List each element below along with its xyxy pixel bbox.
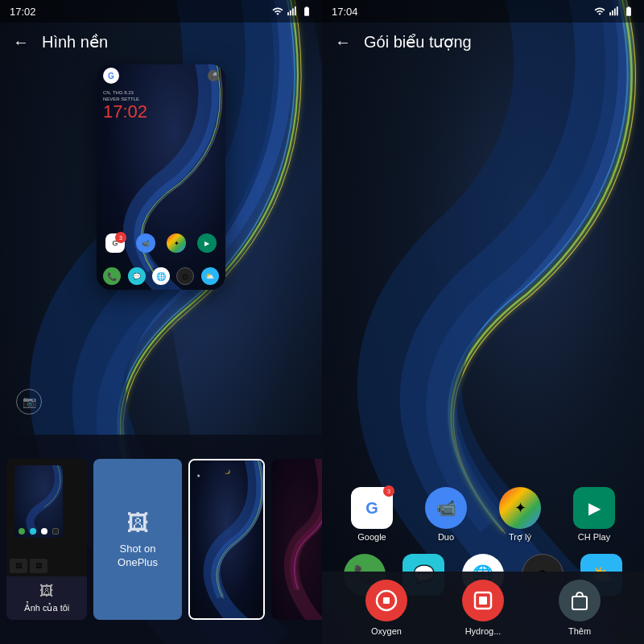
gallery-icon: 🖼	[39, 583, 54, 600]
right-page-title: Gói biểu tượng	[364, 32, 472, 52]
hs-play-icon: ▶	[573, 487, 615, 529]
hydrogen-icon	[471, 588, 495, 613]
phone-app-row-1: G 3 📹 ✦ ▶	[100, 233, 222, 253]
left-top-bar: ← Hình nền	[0, 23, 322, 61]
left-status-icons	[272, 6, 312, 17]
hs-app-duo: 📹 Duo	[422, 487, 470, 543]
right-status-bar: 17:04	[322, 0, 644, 23]
svg-rect-8	[614, 9, 616, 16]
carousel-shot-on[interactable]: 🖼 Shot onOnePlus	[93, 459, 182, 620]
phone-mic-icon: 🎤	[208, 70, 219, 81]
svg-rect-7	[612, 10, 613, 15]
svg-rect-13	[479, 597, 487, 605]
svg-rect-3	[295, 6, 296, 15]
google-badge: 3	[115, 232, 126, 243]
left-status-bar: 17:02	[0, 0, 322, 23]
small-phone-preview	[14, 465, 63, 538]
my-photos-label: 🖼 Ảnh của tôi	[6, 576, 87, 620]
hs-google-badge: 3	[383, 485, 394, 497]
right-wifi-icon	[594, 6, 605, 17]
shopping-bag-icon	[568, 588, 592, 613]
phone-dock-phone: 📞	[103, 267, 121, 285]
oxygen-label: Oxygen	[371, 626, 402, 636]
right-panel: 17:04 ← Gói biểu tượng G 3 Google 📹	[322, 0, 644, 644]
right-back-button[interactable]: ←	[335, 33, 351, 52]
hs-app-google: G 3 Google	[348, 487, 396, 543]
hydrogen-circle	[462, 580, 504, 621]
phone-google-icon: G	[103, 68, 119, 84]
phone-app-assistant: ✦	[167, 233, 186, 253]
hs-app-row-1: G 3 Google 📹 Duo ✦ Trợ lý ▶	[335, 487, 631, 543]
phone-app-play: ▶	[197, 233, 217, 253]
oxygen-icon	[374, 588, 398, 613]
hs-app-assistant: ✦ Trợ lý	[496, 487, 544, 543]
left-phone-screen: G 🎤 CN, THG 8.23 NEVER SETTLE 17:02 G 3 …	[97, 64, 225, 290]
hs-app-play: ▶ CH Play	[570, 487, 618, 543]
icon-pack-oxygen[interactable]: Oxygen	[365, 580, 407, 636]
right-status-icons	[594, 6, 634, 17]
svg-text:🌙: 🌙	[225, 469, 231, 475]
icon-pack-more[interactable]: Thêm	[559, 580, 601, 636]
phone-top-bar: G 🎤	[97, 68, 225, 84]
homescreen-apps: G 3 Google 📹 Duo ✦ Trợ lý ▶	[335, 487, 631, 555]
hs-app-assistant-label: Trợ lý	[509, 532, 531, 543]
phone-clock: CN, THG 8.23 NEVER SETTLE 17:02	[103, 90, 147, 121]
shot-on-icon: 🖼	[126, 510, 149, 536]
svg-rect-0	[287, 12, 289, 15]
hs-app-play-label: CH Play	[578, 532, 610, 542]
hydrogen-label: Hydrog...	[465, 626, 502, 636]
more-circle	[559, 580, 601, 621]
phone-clock-time: 17:02	[103, 103, 147, 121]
right-battery-icon	[623, 6, 634, 17]
hs-google-icon: G 3	[351, 487, 393, 529]
svg-rect-6	[609, 12, 611, 15]
phone-dock: 📞 💬 🌐 ⊙ ⛅	[100, 267, 222, 285]
more-label: Thêm	[568, 626, 591, 636]
hs-app-google-label: Google	[357, 532, 386, 542]
left-back-button[interactable]: ←	[13, 33, 29, 52]
phone-dock-chrome: 🌐	[152, 267, 170, 285]
wifi-icon	[272, 6, 283, 17]
wallpaper-thumb-1-bg: ★ 🌙	[190, 460, 263, 618]
my-photos-preview: 🖼 🖼	[6, 459, 87, 576]
svg-rect-2	[292, 9, 294, 16]
my-photos-text: Ảnh của tôi	[24, 603, 70, 613]
hs-duo-icon: 📹	[425, 487, 467, 529]
carousel-wallpaper-2[interactable]	[271, 459, 322, 620]
right-status-time: 17:04	[332, 6, 358, 18]
battery-icon	[301, 6, 312, 17]
signal-icon	[287, 6, 298, 17]
phone-app-duo: 📹	[136, 233, 155, 253]
svg-text:★: ★	[196, 473, 200, 478]
hs-assistant-icon: ✦	[499, 487, 541, 529]
left-page-title: Hình nền	[42, 32, 108, 52]
svg-rect-14	[572, 597, 587, 609]
phone-dock-weather: ⛅	[201, 267, 219, 285]
svg-rect-9	[617, 6, 618, 15]
right-top-bar: ← Gói biểu tượng	[322, 23, 644, 61]
camera-icon: 📷	[16, 389, 42, 415]
carousel-my-photos[interactable]: 🖼 🖼 🖼 Ảnh của tôi	[6, 459, 87, 620]
svg-rect-1	[290, 10, 291, 15]
icon-picker-bar: Oxygen Hydrog... Thêm	[322, 572, 644, 644]
oxygen-circle	[365, 580, 407, 621]
icon-pack-hydrogen[interactable]: Hydrog...	[462, 580, 504, 636]
wallpaper-carousel[interactable]: 🖼 🖼 🖼 Ảnh của tôi 🖼 Shot onOnePlus	[0, 435, 322, 644]
hs-app-duo-label: Duo	[438, 532, 454, 542]
svg-rect-11	[383, 597, 390, 604]
wallpaper-thumb-2-bg	[271, 459, 322, 620]
shot-on-text: Shot onOnePlus	[118, 543, 158, 570]
carousel-wallpaper-1[interactable]: ★ 🌙	[188, 459, 265, 620]
camera-hint: 📷	[16, 389, 42, 415]
phone-dock-messages: 💬	[128, 267, 146, 285]
phone-date-line1: CN, THG 8.23	[103, 90, 147, 97]
phone-apps: G 3 📹 ✦ ▶	[100, 233, 222, 259]
left-panel: 17:02 ← Hình nền G 🎤	[0, 0, 322, 644]
left-status-time: 17:02	[10, 6, 36, 18]
phone-app-google: G 3	[105, 233, 125, 253]
phone-dock-camera: ⊙	[176, 267, 194, 285]
left-phone-preview: G 🎤 CN, THG 8.23 NEVER SETTLE 17:02 G 3 …	[97, 64, 225, 290]
right-signal-icon	[609, 6, 620, 17]
